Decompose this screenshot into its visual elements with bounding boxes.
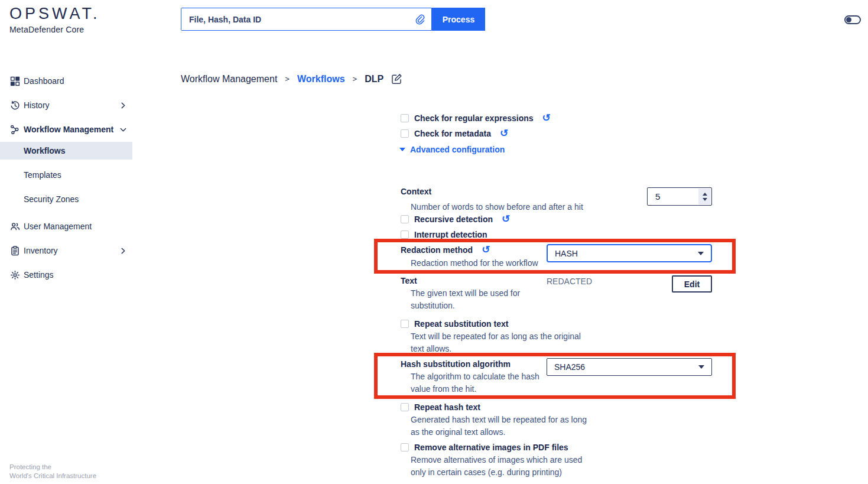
interrupt-detection-checkbox[interactable] [401, 230, 409, 239]
gear-icon [9, 269, 20, 280]
revert-icon[interactable]: ↺ [500, 129, 508, 138]
hash-algorithm-value: SHA256 [554, 362, 585, 372]
remove-alt-images-checkbox[interactable] [401, 443, 409, 451]
breadcrumb-workflows[interactable]: Workflows [297, 74, 345, 85]
edit-icon[interactable] [391, 73, 402, 85]
text-value: REDACTED [547, 277, 592, 286]
sidebar-item-user-management[interactable]: User Management [0, 217, 132, 235]
global-search: Process [181, 8, 485, 31]
remove-alt-images-label: Remove alternative images in PDF files [414, 443, 568, 452]
hash-algorithm-help-line1: The algorithm to calculate the hash [411, 372, 539, 381]
paperclip-icon[interactable] [414, 14, 425, 28]
revert-icon[interactable]: ↺ [482, 246, 490, 254]
remove-alt-images-help-line1: Remove alternatives of images which are … [411, 455, 582, 464]
triangle-down-icon [399, 148, 405, 151]
interrupt-detection-label: Interrupt detection [414, 230, 487, 239]
stepper-up-icon[interactable] [703, 193, 707, 196]
brand-tagline: Protecting the World's Critical Infrastr… [9, 463, 96, 480]
redaction-method-label: Redaction method [401, 245, 473, 255]
field-repeat-hash: Repeat hash text [401, 402, 480, 412]
users-icon [9, 221, 20, 232]
field-recursive-detection: Recursive detection ↺ [401, 215, 510, 224]
sidebar-item-templates[interactable]: Templates [0, 166, 132, 184]
sidebar-item-label: Workflows [24, 146, 66, 155]
revert-icon[interactable]: ↺ [502, 215, 510, 223]
advanced-configuration-label: Advanced configuration [410, 145, 505, 154]
recursive-detection-checkbox[interactable] [401, 215, 409, 223]
repeat-substitution-help-line1: Text will be repeated for as long as the… [411, 332, 581, 341]
sidebar-item-label: Templates [24, 170, 61, 180]
dashboard-icon [9, 76, 20, 86]
redaction-method-help: Redaction method for the workflow [411, 258, 538, 268]
sidebar-item-label: User Management [24, 222, 92, 231]
context-help: Number of words to show before and after… [411, 202, 583, 212]
sidebar-item-workflows[interactable]: Workflows [0, 142, 132, 160]
repeat-substitution-help-line2: text allows. [411, 344, 451, 353]
product-name: MetaDefender Core [9, 25, 100, 34]
breadcrumb-workflow-management[interactable]: Workflow Management [181, 74, 277, 85]
field-check-regex: Check for regular expressions ↺ [401, 113, 551, 123]
chevron-right-icon [120, 102, 126, 109]
sidebar-item-dashboard[interactable]: Dashboard [0, 72, 132, 90]
context-label: Context [401, 187, 431, 196]
context-value: 5 [655, 191, 660, 202]
toggle-switch[interactable] [844, 15, 861, 24]
advanced-configuration-toggle[interactable]: Advanced configuration [399, 145, 505, 154]
breadcrumb: Workflow Management > Workflows > DLP [181, 73, 402, 85]
breadcrumb-separator: > [285, 74, 290, 83]
revert-icon[interactable]: ↺ [542, 114, 551, 122]
check-regex-checkbox[interactable] [401, 114, 409, 122]
check-metadata-checkbox[interactable] [401, 129, 409, 138]
clipboard-icon [9, 245, 20, 256]
text-help-line2: substitution. [411, 301, 455, 310]
select-caret-icon [698, 252, 704, 255]
breadcrumb-current-dlp: DLP [365, 74, 383, 85]
sidebar-item-label: Inventory [24, 246, 58, 255]
history-icon [9, 100, 20, 111]
logo-wordmark: OPSWAT. [9, 5, 100, 23]
select-caret-icon [698, 365, 704, 369]
process-button[interactable]: Process [432, 8, 485, 31]
sidebar-item-inventory[interactable]: Inventory [0, 242, 132, 259]
repeat-hash-help-line1: Generated hash text will be repeated for… [411, 415, 587, 424]
brand-logo[interactable]: OPSWAT. MetaDefender Core [9, 5, 100, 34]
field-repeat-substitution: Repeat substitution text [401, 319, 508, 329]
context-number-input[interactable]: 5 [647, 187, 712, 206]
chevron-right-icon [120, 248, 126, 254]
breadcrumb-separator: > [353, 74, 357, 83]
field-remove-alt-images: Remove alternative images in PDF files [401, 443, 568, 452]
edit-button[interactable]: Edit [672, 275, 712, 293]
text-label: Text [401, 276, 417, 285]
hash-algorithm-help-line2: value from the hit. [411, 384, 476, 394]
sidebar-item-workflow-management[interactable]: Workflow Management [0, 121, 132, 138]
stepper-down-icon[interactable] [703, 198, 707, 201]
hash-algorithm-select[interactable]: SHA256 [547, 358, 712, 376]
chevron-down-icon [120, 126, 126, 133]
recursive-detection-label: Recursive detection [414, 215, 493, 224]
sidebar-item-label: History [24, 100, 50, 110]
check-regex-label: Check for regular expressions [414, 113, 534, 123]
search-input[interactable] [181, 8, 431, 30]
repeat-hash-label: Repeat hash text [414, 402, 480, 412]
redaction-method-value: HASH [555, 249, 578, 258]
hash-algorithm-label: Hash substitution algorithm [401, 359, 511, 369]
sidebar-item-settings[interactable]: Settings [0, 266, 132, 284]
check-metadata-label: Check for metadata [414, 129, 491, 138]
repeat-substitution-checkbox[interactable] [401, 320, 409, 328]
repeat-hash-help-line2: as the original text allows. [411, 427, 505, 437]
sidebar-item-label: Workflow Management [24, 125, 113, 134]
remove-alt-images-help-line2: only in certain cases (e.g. during print… [411, 467, 562, 477]
sidebar-item-security-zones[interactable]: Security Zones [0, 190, 132, 208]
repeat-substitution-label: Repeat substitution text [414, 319, 508, 329]
search-box [181, 8, 432, 31]
redaction-method-label-row: Redaction method ↺ [401, 245, 490, 255]
text-help-line1: The given text will be used for [411, 288, 520, 298]
field-check-metadata: Check for metadata ↺ [401, 129, 508, 138]
number-stepper[interactable] [698, 189, 711, 204]
sidebar-item-history[interactable]: History [0, 96, 132, 114]
redaction-method-select[interactable]: HASH [547, 244, 712, 262]
sidebar-item-label: Security Zones [24, 194, 79, 204]
repeat-hash-checkbox[interactable] [401, 403, 409, 411]
sidebar-item-label: Dashboard [24, 76, 64, 86]
toggle-knob [846, 17, 851, 22]
